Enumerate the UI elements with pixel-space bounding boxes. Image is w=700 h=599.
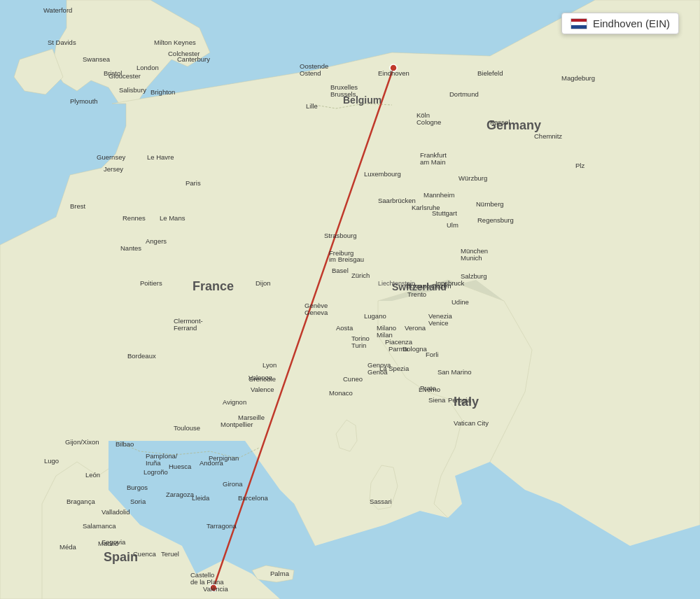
- svg-text:Valladolid: Valladolid: [102, 508, 130, 516]
- svg-text:Dortmund: Dortmund: [449, 90, 479, 98]
- svg-text:Udine: Udine: [451, 298, 469, 306]
- svg-text:Monaco: Monaco: [329, 389, 353, 397]
- svg-text:Bologna: Bologna: [402, 345, 428, 353]
- svg-text:London: London: [136, 64, 159, 71]
- svg-text:Bilbao: Bilbao: [115, 440, 134, 448]
- svg-text:Cuneo: Cuneo: [343, 375, 363, 383]
- svg-text:Avignon: Avignon: [223, 398, 246, 406]
- svg-text:Zaragoza: Zaragoza: [166, 491, 195, 498]
- svg-text:La Spezia: La Spezia: [379, 365, 410, 372]
- svg-text:Trento: Trento: [407, 290, 426, 298]
- svg-text:Méda: Méda: [59, 543, 76, 551]
- svg-text:Venice: Venice: [428, 319, 449, 327]
- svg-text:Munich: Munich: [461, 254, 482, 262]
- svg-text:Plz: Plz: [575, 162, 584, 169]
- svg-text:Nantes: Nantes: [120, 244, 141, 252]
- map-container: Waterford St Davids Swansea Bristol Plym…: [0, 0, 700, 599]
- svg-text:Verona: Verona: [405, 324, 426, 332]
- svg-text:Lugano: Lugano: [364, 312, 386, 320]
- svg-text:Tarragona: Tarragona: [206, 522, 237, 530]
- svg-text:Rennes: Rennes: [122, 214, 146, 222]
- svg-text:Forli: Forli: [426, 351, 438, 358]
- svg-text:San Marino: San Marino: [438, 368, 472, 376]
- svg-text:Teruel: Teruel: [161, 550, 179, 558]
- airport-label: Eindhoven (EIN): [561, 13, 679, 34]
- svg-text:Turin: Turin: [351, 341, 366, 349]
- svg-text:Guernsey: Guernsey: [97, 153, 125, 161]
- svg-text:Swansea: Swansea: [83, 55, 111, 63]
- svg-text:St Davids: St Davids: [48, 38, 76, 46]
- svg-text:Chemnitz: Chemnitz: [534, 132, 562, 140]
- svg-text:Belgium: Belgium: [343, 94, 382, 106]
- svg-text:Perugia: Perugia: [448, 396, 471, 404]
- svg-text:Ferrand: Ferrand: [174, 324, 197, 332]
- svg-text:Milton Keynes: Milton Keynes: [154, 38, 196, 46]
- svg-text:Basel: Basel: [332, 267, 349, 274]
- svg-text:Lille: Lille: [306, 102, 318, 110]
- svg-text:Mannheim: Mannheim: [424, 191, 454, 199]
- svg-text:Soria: Soria: [130, 498, 146, 505]
- svg-text:Bielefeld: Bielefeld: [477, 69, 503, 77]
- svg-text:Jersey: Jersey: [104, 165, 123, 173]
- svg-text:Bragança: Bragança: [66, 498, 95, 505]
- svg-text:Gloucester: Gloucester: [108, 72, 141, 80]
- svg-text:am Main: am Main: [420, 158, 445, 166]
- svg-text:Lyon: Lyon: [262, 361, 276, 369]
- svg-text:Palma: Palma: [270, 570, 290, 577]
- svg-text:Vatican City: Vatican City: [454, 419, 489, 427]
- svg-text:Ostend: Ostend: [300, 69, 321, 77]
- svg-text:Würzburg: Würzburg: [458, 174, 487, 182]
- svg-text:Huesca: Huesca: [169, 463, 192, 470]
- svg-text:Barcelona: Barcelona: [238, 494, 268, 502]
- svg-text:Madrid: Madrid: [98, 540, 118, 547]
- svg-text:Lleida: Lleida: [192, 494, 210, 502]
- svg-text:Lugo: Lugo: [44, 457, 59, 465]
- svg-text:Cuenca: Cuenca: [133, 550, 156, 558]
- svg-text:Saarbrücken: Saarbrücken: [378, 197, 416, 204]
- svg-text:Le Mans: Le Mans: [160, 214, 186, 222]
- svg-text:Marseille: Marseille: [238, 414, 265, 421]
- svg-text:Ulm: Ulm: [447, 221, 458, 229]
- svg-text:León: León: [85, 471, 100, 479]
- svg-text:Nürnberg: Nürnberg: [476, 200, 504, 208]
- svg-text:Regensburg: Regensburg: [477, 216, 514, 224]
- svg-text:Montpellier: Montpellier: [220, 421, 253, 428]
- svg-text:València: València: [203, 585, 228, 593]
- map-svg: Waterford St Davids Swansea Bristol Plym…: [0, 0, 700, 599]
- svg-text:Angers: Angers: [146, 237, 167, 245]
- svg-text:Salamanca: Salamanca: [83, 522, 116, 530]
- svg-text:Waterford: Waterford: [43, 6, 72, 14]
- svg-text:France: France: [192, 279, 234, 293]
- svg-text:Luxembourg: Luxembourg: [364, 170, 401, 178]
- svg-text:Cologne: Cologne: [416, 118, 441, 126]
- svg-text:Valence: Valence: [251, 386, 274, 393]
- svg-text:Eindhoven: Eindhoven: [378, 69, 410, 77]
- svg-text:Magdeburg: Magdeburg: [561, 74, 595, 82]
- svg-text:Salisbury: Salisbury: [119, 86, 146, 94]
- svg-text:Gijon/Xixon: Gijon/Xixon: [65, 438, 99, 446]
- svg-text:Kassel: Kassel: [490, 118, 510, 126]
- svg-text:Poitiers: Poitiers: [140, 279, 162, 287]
- svg-text:Le Havre: Le Havre: [147, 153, 174, 161]
- svg-text:Siena: Siena: [428, 396, 446, 404]
- svg-text:Burgos: Burgos: [127, 484, 148, 491]
- svg-text:Strasbourg: Strasbourg: [324, 232, 356, 239]
- svg-text:Stuttgart: Stuttgart: [432, 209, 457, 217]
- svg-text:Brighton: Brighton: [150, 88, 175, 96]
- svg-text:Logroño: Logroño: [144, 468, 168, 476]
- svg-text:Bolzano-Bozen: Bolzano-Bozen: [406, 282, 451, 290]
- svg-text:Perpignan: Perpignan: [209, 454, 239, 462]
- svg-text:Brest: Brest: [70, 202, 86, 210]
- svg-text:Salzburg: Salzburg: [461, 272, 487, 280]
- netherlands-flag: [570, 18, 587, 29]
- svg-text:Zürich: Zürich: [351, 272, 370, 279]
- airport-name: Eindhoven (EIN): [593, 17, 670, 29]
- svg-text:Girona: Girona: [223, 480, 243, 488]
- svg-text:Bordeaux: Bordeaux: [127, 352, 156, 360]
- svg-text:Plymouth: Plymouth: [70, 97, 98, 105]
- svg-text:Dijon: Dijon: [255, 279, 271, 287]
- svg-text:Aosta: Aosta: [336, 324, 354, 332]
- svg-text:Toulouse: Toulouse: [174, 424, 200, 432]
- svg-text:Geneva: Geneva: [304, 309, 328, 316]
- svg-text:Valence: Valence: [248, 374, 272, 381]
